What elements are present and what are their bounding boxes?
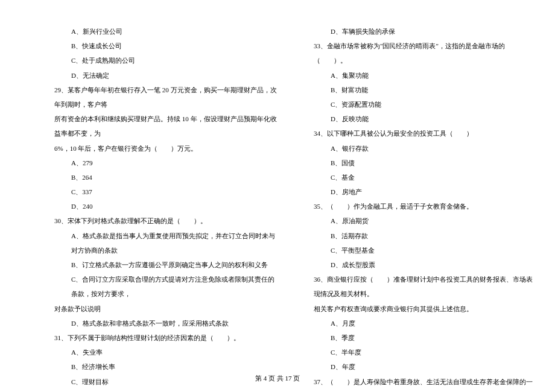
option: D、通货膨胀水平 bbox=[54, 389, 278, 392]
question-31: 31、下列不属于影响结构性理财计划的经济因素的是（ ）。 bbox=[54, 330, 278, 345]
question-34: 34、以下哪种工具被公认为最安全的投资工具（ ） bbox=[314, 126, 537, 141]
option: B、财富功能 bbox=[314, 83, 537, 97]
question-35: 35、（ ）作为金融工具，最适于子女教育金储备。 bbox=[314, 199, 537, 213]
option: B、国债 bbox=[314, 156, 537, 170]
left-column: A、新兴行业公司 B、快速成长公司 C、处于成熟期的公司 D、无法确定 29、某… bbox=[54, 24, 278, 392]
option: A、原油期货 bbox=[314, 213, 537, 228]
option: C、资源配置功能 bbox=[314, 97, 537, 112]
option: D、房地产 bbox=[314, 185, 537, 199]
option: B、订立格式条款一方应遵循公平原则确定当事人之间的权利和义务 bbox=[54, 258, 278, 272]
option: D、年度 bbox=[314, 359, 537, 374]
option: A、银行存款 bbox=[314, 141, 537, 156]
question-29-cont: 6%，10 年后，客户在银行资金为（ ）万元。 bbox=[54, 141, 278, 156]
option: A、格式条款是指当事人为重复使用而预先拟定，并在订立合同时未与对方协商的条款 bbox=[54, 229, 278, 258]
option: C、半年度 bbox=[314, 345, 537, 359]
option: C、合同订立方应采取合理的方式提请对方注意免除或者限制其责任的条款，按对方要求， bbox=[54, 272, 278, 301]
option: A、集聚功能 bbox=[314, 68, 537, 83]
option: D、反映功能 bbox=[314, 112, 537, 126]
question-29: 29、某客户每年年初在银行存入一笔 20 万元资金，购买一年期理财产品，次年到期… bbox=[54, 83, 278, 112]
option: D、无法确定 bbox=[54, 68, 278, 83]
option: C、337 bbox=[54, 185, 278, 199]
option: B、快速成长公司 bbox=[54, 39, 278, 53]
option: A、月度 bbox=[314, 316, 537, 330]
question-36-cont: 相关客户有权查询或要求商业银行向其提供上述信息。 bbox=[314, 302, 537, 316]
document-page: A、新兴行业公司 B、快速成长公司 C、处于成熟期的公司 D、无法确定 29、某… bbox=[0, 0, 555, 392]
option: B、264 bbox=[54, 170, 278, 185]
option: A、279 bbox=[54, 156, 278, 170]
option: D、车辆损失险的承保 bbox=[314, 24, 537, 39]
question-33: 33、金融市场常被称为"国民经济的晴雨表"，这指的是金融市场的（ ）。 bbox=[314, 39, 537, 68]
option: B、经济增长率 bbox=[54, 359, 278, 374]
option: C、平衡型基金 bbox=[314, 243, 537, 258]
option: C、基金 bbox=[314, 170, 537, 185]
question-30: 30、宋体下列对格式条款理解不正确的是（ ）。 bbox=[54, 213, 278, 228]
option: D、成长型股票 bbox=[314, 258, 537, 272]
question-29-cont: 所有资金的本利和继续购买理财产品。持续 10 年，假设理财产品预期年化收益率都不… bbox=[54, 112, 278, 141]
option: A、失业率 bbox=[54, 345, 278, 359]
option: D、格式条款和非格式条款不一致时，应采用格式条款 bbox=[54, 316, 278, 330]
question-36: 36、商业银行应按（ ）准备理财计划中各投资工具的财务报表、市场表现情况及相关材… bbox=[314, 272, 537, 301]
option: B、活期存款 bbox=[314, 229, 537, 243]
option: B、季度 bbox=[314, 330, 537, 345]
option: A、新兴行业公司 bbox=[54, 24, 278, 39]
right-column: D、车辆损失险的承保 33、金融市场常被称为"国民经济的晴雨表"，这指的是金融市… bbox=[314, 24, 537, 392]
option: C、处于成熟期的公司 bbox=[54, 53, 278, 68]
option: D、240 bbox=[54, 199, 278, 213]
page-footer: 第 4 页 共 17 页 bbox=[0, 374, 555, 383]
option-cont: 对条款予以说明 bbox=[54, 302, 278, 316]
